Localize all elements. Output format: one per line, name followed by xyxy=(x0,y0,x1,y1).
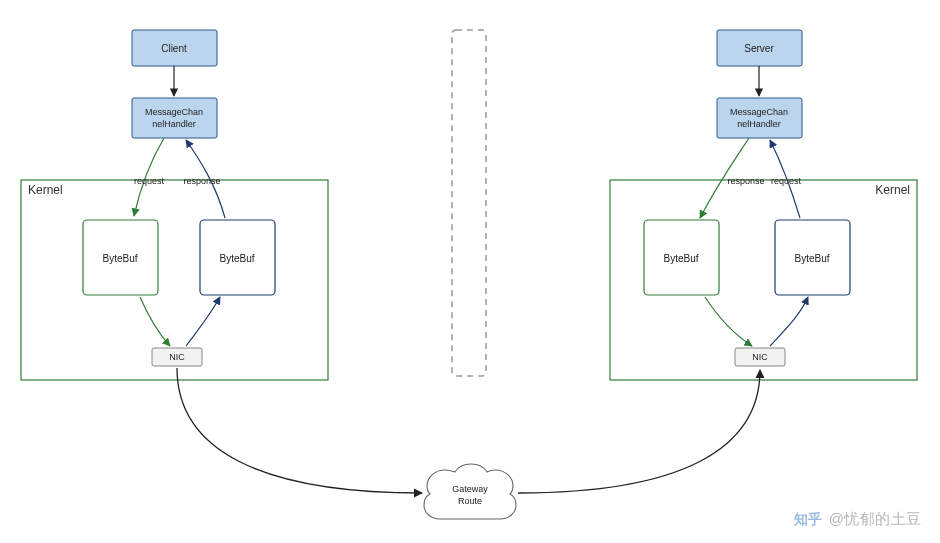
arrow-gateway-to-nicR xyxy=(518,370,760,493)
handler-line1-left: MessageChan xyxy=(145,107,203,117)
handler-box-right xyxy=(717,98,802,138)
gateway-line1: Gateway xyxy=(452,484,488,494)
handler-line2-left: nelHandler xyxy=(152,119,196,129)
bytebuf-right-r-label: ByteBuf xyxy=(794,253,829,264)
diagram-canvas: Client MessageChan nelHandler Kernel Byt… xyxy=(0,0,940,543)
handler-line1-right: MessageChan xyxy=(730,107,788,117)
client-label: Client xyxy=(161,43,187,54)
server-label: Server xyxy=(744,43,774,54)
kernel-label-left: Kernel xyxy=(28,183,63,197)
gateway-cloud: Gateway Route xyxy=(424,464,516,519)
arrow-nic-bufR-right xyxy=(770,297,808,346)
center-dashed-box xyxy=(452,30,486,376)
watermark-logo: 知乎 xyxy=(794,511,823,529)
arrow-bufL-nic-right xyxy=(705,297,752,346)
arrow-bufL-nic-left xyxy=(140,297,170,346)
label-request-left: request xyxy=(134,176,165,186)
label-request-right: request xyxy=(771,176,802,186)
kernel-label-right: Kernel xyxy=(875,183,910,197)
nic-label-left: NIC xyxy=(169,352,185,362)
server-side: Server MessageChan nelHandler Kernel Byt… xyxy=(610,30,917,380)
label-response-right: response xyxy=(727,176,764,186)
arrow-nic-bufR-left xyxy=(186,297,220,346)
watermark: 知乎@忧郁的土豆 xyxy=(794,510,922,529)
label-response-left: response xyxy=(183,176,220,186)
bytebuf-left-label: ByteBuf xyxy=(102,253,137,264)
handler-box-left xyxy=(132,98,217,138)
gateway-line2: Route xyxy=(458,496,482,506)
nic-label-right: NIC xyxy=(752,352,768,362)
watermark-text: @忧郁的土豆 xyxy=(829,510,922,527)
bytebuf-left-r-label: ByteBuf xyxy=(663,253,698,264)
arrow-nicL-to-gateway xyxy=(177,368,422,493)
client-side: Client MessageChan nelHandler Kernel Byt… xyxy=(21,30,328,380)
bytebuf-right-label: ByteBuf xyxy=(219,253,254,264)
handler-line2-right: nelHandler xyxy=(737,119,781,129)
